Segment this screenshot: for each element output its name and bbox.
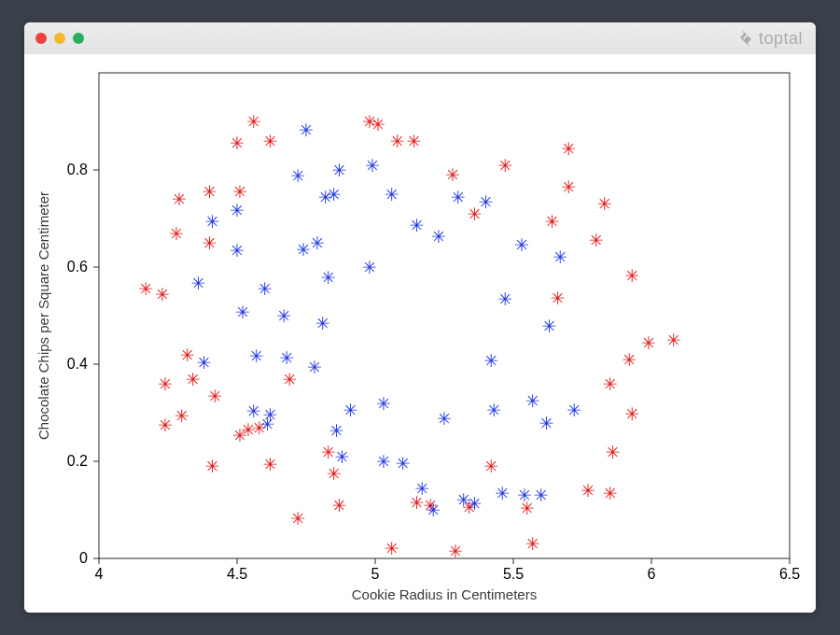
x-tick-label: 4 <box>95 566 104 582</box>
data-point: ✳ <box>202 181 217 202</box>
data-point: ✳ <box>321 267 336 288</box>
data-point: ✳ <box>202 233 217 253</box>
x-tick-label: 5.5 <box>503 566 524 582</box>
data-point: ✳ <box>230 240 245 261</box>
data-point: ✳ <box>448 541 463 561</box>
data-point: ✳ <box>445 164 460 185</box>
data-point: ✳ <box>495 483 510 503</box>
chart-area: 44.555.566.500.20.40.60.8 ✳✳✳✳✳✳✳✳✳✳✳✳✳✳… <box>24 54 816 613</box>
data-point: ✳ <box>525 533 540 554</box>
data-point: ✳ <box>396 453 411 473</box>
data-point: ✳ <box>180 345 195 365</box>
data-point: ✳ <box>204 211 219 232</box>
data-point: ✳ <box>622 349 637 370</box>
scatter-chart: 44.555.566.500.20.40.60.8 ✳✳✳✳✳✳✳✳✳✳✳✳✳✳… <box>24 54 816 613</box>
data-point: ✳ <box>603 483 618 503</box>
traffic-lights <box>35 33 84 44</box>
data-point: ✳ <box>175 405 189 426</box>
data-point: ✳ <box>385 538 399 558</box>
data-point: ✳ <box>606 442 621 462</box>
data-point: ✳ <box>544 211 559 232</box>
data-point: ✳ <box>158 415 173 435</box>
data-point: ✳ <box>525 390 540 411</box>
window-titlebar: toptal <box>24 22 816 55</box>
data-point: ✳ <box>376 451 391 472</box>
data-point: ✳ <box>431 226 446 247</box>
data-point: ✳ <box>534 485 549 505</box>
data-point: ✳ <box>497 289 512 309</box>
data-point: ✳ <box>550 288 565 308</box>
data-point: ✳ <box>310 233 325 253</box>
data-point: ✳ <box>542 316 557 336</box>
data-point: ✳ <box>343 400 357 420</box>
data-point: ✳ <box>561 176 576 197</box>
x-tick-label: 6.5 <box>779 566 800 582</box>
data-point: ✳ <box>483 456 498 476</box>
y-tick-label: 0.4 <box>67 356 88 372</box>
brand-logo: toptal <box>738 22 803 54</box>
data-point: ✳ <box>315 313 330 333</box>
data-point: ✳ <box>207 386 222 406</box>
data-point: ✳ <box>589 230 604 250</box>
toptal-icon <box>738 30 755 47</box>
x-axis-label: Cookie Radius in Centimeters <box>352 586 537 602</box>
y-tick-label: 0.8 <box>67 162 88 177</box>
data-point: ✳ <box>641 332 656 353</box>
data-point: ✳ <box>561 138 576 159</box>
data-point: ✳ <box>553 247 567 267</box>
data-point: ✳ <box>290 165 305 186</box>
data-point: ✳ <box>517 485 532 505</box>
data-point: ✳ <box>282 369 297 389</box>
minimize-icon[interactable] <box>54 33 65 44</box>
data-point: ✳ <box>296 239 311 260</box>
data-point: ✳ <box>263 454 278 474</box>
data-point: ✳ <box>406 131 421 151</box>
x-tick-label: 6 <box>648 566 656 582</box>
y-tick-label: 0 <box>79 550 88 566</box>
data-point: ✳ <box>603 374 618 394</box>
data-point: ✳ <box>514 234 529 255</box>
data-point: ✳ <box>197 352 212 373</box>
brand-text: toptal <box>759 29 803 49</box>
data-point: ✳ <box>478 191 493 212</box>
data-point: ✳ <box>263 131 278 151</box>
data-point: ✳ <box>371 114 385 134</box>
data-point: ✳ <box>335 446 350 467</box>
data-point: ✳ <box>276 305 291 326</box>
data-point: ✳ <box>332 495 347 515</box>
data-point: ✳ <box>155 284 170 304</box>
data-point: ✳ <box>258 278 273 299</box>
data-point: ✳ <box>172 189 187 209</box>
data-point: ✳ <box>451 187 466 207</box>
data-point: ✳ <box>230 200 245 220</box>
zoom-icon[interactable] <box>73 33 84 44</box>
data-point: ✳ <box>362 257 377 277</box>
app-window: toptal 44.555.566.500.20.40.60.8 ✳✳✳✳✳✳✳… <box>24 22 816 613</box>
svg-rect-1 <box>99 73 790 558</box>
y-tick-label: 0.2 <box>67 453 88 469</box>
data-point: ✳ <box>666 330 681 350</box>
data-point: ✳ <box>204 456 219 476</box>
data-point: ✳ <box>483 350 498 371</box>
data-point: ✳ <box>329 420 344 441</box>
close-icon[interactable] <box>35 33 47 44</box>
data-point: ✳ <box>299 120 314 140</box>
data-point: ✳ <box>321 442 336 462</box>
data-point: ✳ <box>468 493 483 514</box>
data-point: ✳ <box>539 413 554 433</box>
data-point: ✳ <box>385 184 399 205</box>
y-tick-label: 0.6 <box>67 259 88 275</box>
x-tick-label: 4.5 <box>227 566 247 582</box>
data-point: ✳ <box>307 357 322 377</box>
data-point: ✳ <box>249 346 264 366</box>
data-point: ✳ <box>169 223 184 244</box>
data-point: ✳ <box>390 131 405 151</box>
data-point: ✳ <box>327 184 342 205</box>
data-point: ✳ <box>279 347 294 368</box>
data-point: ✳ <box>332 160 347 180</box>
data-point: ✳ <box>497 155 512 176</box>
data-point: ✳ <box>158 374 173 394</box>
data-point: ✳ <box>437 408 452 429</box>
data-point: ✳ <box>235 302 250 322</box>
data-point: ✳ <box>365 155 380 176</box>
